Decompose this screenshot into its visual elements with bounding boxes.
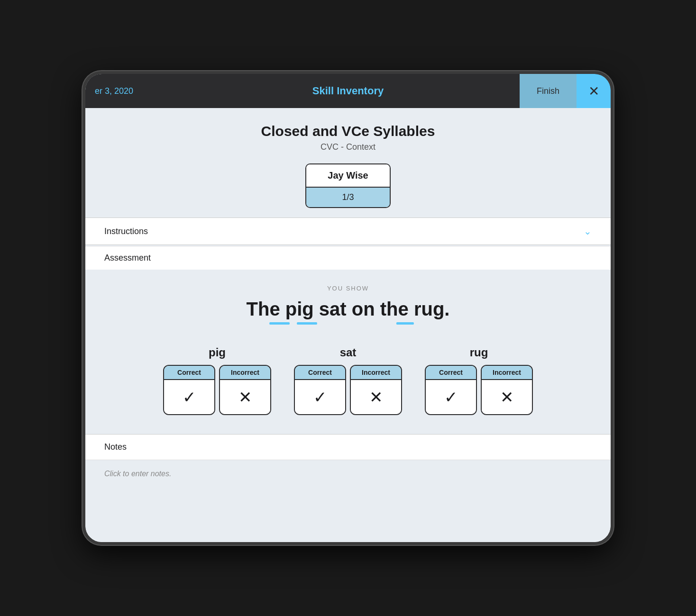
screen: er 3, 2020 Skill Inventory Finish ✕ Clos… xyxy=(85,74,611,542)
checkmark-sat: ✓ xyxy=(313,388,327,407)
instructions-label: Instructions xyxy=(104,226,148,236)
correct-card-pig[interactable]: Correct ✓ xyxy=(163,365,215,415)
checkmark-rug: ✓ xyxy=(444,388,458,407)
incorrect-label-sat: Incorrect xyxy=(351,366,401,380)
words-row: pig Correct ✓ Incorrect xyxy=(104,346,592,415)
answer-pair-rug: Correct ✓ Incorrect ✕ xyxy=(425,365,533,415)
incorrect-card-sat[interactable]: Incorrect ✕ xyxy=(350,365,402,415)
answer-pair-pig: Correct ✓ Incorrect ✕ xyxy=(163,365,271,415)
header-date: er 3, 2020 xyxy=(85,86,520,96)
word-label-sat: sat xyxy=(340,346,357,359)
correct-card-sat[interactable]: Correct ✓ xyxy=(294,365,346,415)
student-progress: 1/3 xyxy=(306,188,390,207)
assessment-area: YOU SHOW The pig sat on the rug. xyxy=(85,270,611,434)
x-icon-rug: ✕ xyxy=(482,380,532,414)
notes-content[interactable]: Click to enter notes. xyxy=(85,460,611,498)
check-icon-sat: ✓ xyxy=(295,380,345,414)
word-label-pig: pig xyxy=(209,346,226,359)
incorrect-card-pig[interactable]: Incorrect ✕ xyxy=(219,365,271,415)
assessment-label: Assessment xyxy=(104,253,151,263)
incorrect-label-rug: Incorrect xyxy=(482,366,532,380)
student-name: Jay Wise xyxy=(306,164,390,188)
incorrect-card-rug[interactable]: Incorrect ✕ xyxy=(481,365,533,415)
header-actions: Finish ✕ xyxy=(520,74,611,108)
instructions-accordion[interactable]: Instructions ⌄ xyxy=(85,217,611,245)
svg-rect-0 xyxy=(269,322,290,325)
word-label-rug: rug xyxy=(470,346,488,359)
assessment-row: Assessment xyxy=(85,246,611,270)
device-frame: er 3, 2020 Skill Inventory Finish ✕ Clos… xyxy=(82,71,614,545)
skill-title: Closed and VCe Syllables xyxy=(104,123,592,139)
x-icon-sat: ✕ xyxy=(351,380,401,414)
word-group-rug: rug Correct ✓ Incorrect xyxy=(425,346,533,415)
checkmark-pig: ✓ xyxy=(183,388,196,407)
word-group-pig: pig Correct ✓ Incorrect xyxy=(163,346,271,415)
correct-label-rug: Correct xyxy=(426,366,476,380)
answer-pair-sat: Correct ✓ Incorrect ✕ xyxy=(294,365,402,415)
top-section: Closed and VCe Syllables CVC - Context J… xyxy=(85,108,611,217)
notes-label: Notes xyxy=(104,442,127,452)
incorrect-label-pig: Incorrect xyxy=(220,366,270,380)
svg-rect-1 xyxy=(297,322,317,325)
correct-label-sat: Correct xyxy=(295,366,345,380)
xmark-sat: ✕ xyxy=(369,388,383,407)
word-group-sat: sat Correct ✓ Incorrect xyxy=(294,346,402,415)
xmark-pig: ✕ xyxy=(238,388,252,407)
close-button[interactable]: ✕ xyxy=(577,74,611,108)
you-show-label: YOU SHOW xyxy=(104,285,592,292)
instructions-header[interactable]: Instructions ⌄ xyxy=(85,218,611,245)
underline-svg xyxy=(247,320,450,326)
close-icon: ✕ xyxy=(588,83,599,99)
correct-label-pig: Correct xyxy=(164,366,214,380)
check-icon-rug: ✓ xyxy=(426,380,476,414)
header-title: Skill Inventory xyxy=(312,85,384,97)
svg-rect-2 xyxy=(396,322,413,325)
main-content: Closed and VCe Syllables CVC - Context J… xyxy=(85,108,611,542)
x-icon-pig: ✕ xyxy=(220,380,270,414)
student-card[interactable]: Jay Wise 1/3 xyxy=(305,163,391,208)
check-icon-pig: ✓ xyxy=(164,380,214,414)
skill-subtitle: CVC - Context xyxy=(104,142,592,152)
notes-section: Notes Click to enter notes. xyxy=(85,434,611,498)
header: er 3, 2020 Skill Inventory Finish ✕ xyxy=(85,74,611,108)
chevron-down-icon: ⌄ xyxy=(584,226,592,237)
correct-card-rug[interactable]: Correct ✓ xyxy=(425,365,477,415)
notes-header: Notes xyxy=(85,435,611,460)
notes-placeholder[interactable]: Click to enter notes. xyxy=(104,470,171,478)
xmark-rug: ✕ xyxy=(500,388,513,407)
sentence-text: The pig sat on the rug. xyxy=(247,297,450,321)
finish-button[interactable]: Finish xyxy=(520,74,577,108)
